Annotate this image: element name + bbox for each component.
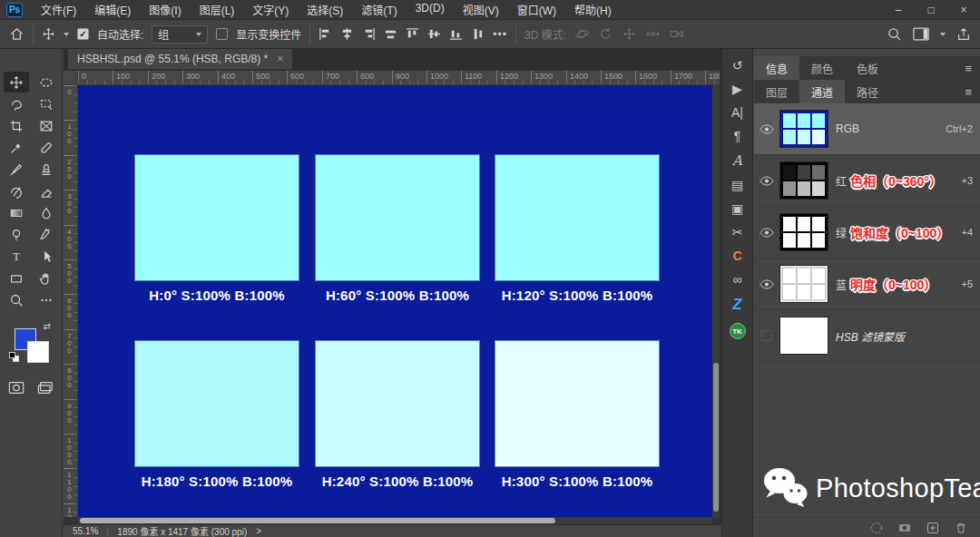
tab-color[interactable]: 颜色 xyxy=(799,56,845,80)
show-transform-checkbox[interactable] xyxy=(216,28,228,40)
history-brush-tool[interactable] xyxy=(4,181,29,201)
edit-toolbar-button[interactable] xyxy=(34,289,59,310)
actions-panel-icon[interactable]: ▶ xyxy=(732,82,742,96)
search-icon[interactable] xyxy=(887,26,902,42)
clone-stamp-tool[interactable] xyxy=(34,159,59,180)
tool-preset-chevron-icon[interactable] xyxy=(64,33,69,36)
distribute-horizontal-icon[interactable] xyxy=(384,27,397,41)
quick-mask-icon[interactable] xyxy=(8,381,24,395)
tab-channels[interactable]: 通道 xyxy=(799,80,845,103)
default-colors-icon[interactable] xyxy=(9,352,19,362)
spot-healing-tool[interactable] xyxy=(34,137,59,158)
rectangle-tool[interactable] xyxy=(4,268,29,288)
channel-row-blue[interactable]: 蓝 明度（0~100） +5 xyxy=(754,259,980,310)
align-horizontal-centers-icon[interactable] xyxy=(340,27,354,41)
minimize-button[interactable]: – xyxy=(882,4,915,16)
tk-plugin-panel-icon[interactable]: TK xyxy=(730,323,746,339)
z-plugin-panel-icon[interactable]: Z xyxy=(732,296,741,314)
more-options-button[interactable]: ••• xyxy=(493,28,507,41)
load-selection-icon[interactable] xyxy=(870,522,883,534)
libraries-panel-icon[interactable]: ∞ xyxy=(733,272,742,287)
swap-colors-icon[interactable]: ⇄ xyxy=(44,321,51,331)
visibility-eye-icon[interactable] xyxy=(754,228,779,238)
notes-panel-icon[interactable]: ▣ xyxy=(731,201,743,216)
status-chevron-icon[interactable]: > xyxy=(256,526,261,536)
zoom-level[interactable]: 55.1% xyxy=(73,526,98,536)
delete-channel-icon[interactable] xyxy=(955,522,967,534)
zoom-tool[interactable] xyxy=(4,289,29,310)
menu-3d[interactable]: 3D(D) xyxy=(407,2,454,17)
maximize-button[interactable]: □ xyxy=(915,4,947,16)
character-panel-icon[interactable]: A| xyxy=(731,105,743,120)
eyedropper-tool[interactable] xyxy=(4,137,29,158)
auto-select-checkbox[interactable]: ✓ xyxy=(77,28,89,40)
horizontal-scrollbar[interactable] xyxy=(78,517,712,524)
align-left-edges-icon[interactable] xyxy=(318,27,332,41)
vertical-scrollbar[interactable] xyxy=(712,85,720,517)
menu-select[interactable]: 选择(S) xyxy=(298,2,352,17)
tab-layers[interactable]: 图层 xyxy=(754,80,799,103)
background-color-swatch[interactable] xyxy=(27,341,49,363)
visibility-eye-icon[interactable] xyxy=(754,279,779,289)
frame-tool[interactable] xyxy=(34,115,59,136)
tool-presets-panel-icon[interactable]: ✂ xyxy=(732,225,743,239)
crop-tool[interactable] xyxy=(4,115,29,136)
tab-close-icon[interactable]: × xyxy=(277,53,283,65)
distribute-vertical-icon[interactable] xyxy=(471,27,485,41)
hand-tool[interactable] xyxy=(34,268,59,288)
channel-row-green[interactable]: 绿 饱和度（0~100） +4 xyxy=(754,207,980,259)
pen-tool[interactable] xyxy=(34,224,59,245)
vertical-scrollbar-thumb[interactable] xyxy=(713,363,719,512)
panel-menu-icon[interactable]: ≡ xyxy=(965,62,980,75)
canvas[interactable]: H:0° S:100% B:100% H:60° S:100% B:100% H… xyxy=(78,85,712,517)
menu-help[interactable]: 帮助(H) xyxy=(565,2,621,17)
visibility-eye-icon[interactable] xyxy=(754,176,779,186)
visibility-eye-icon[interactable] xyxy=(754,124,779,134)
paragraph-panel-icon[interactable]: ¶ xyxy=(734,129,741,143)
lasso-tool[interactable] xyxy=(4,93,29,114)
workspace-switcher-icon[interactable] xyxy=(913,27,929,41)
move-tool-icon[interactable] xyxy=(42,27,55,41)
move-tool[interactable] xyxy=(4,72,29,93)
properties-panel-icon[interactable]: ▤ xyxy=(731,178,743,192)
menu-window[interactable]: 窗口(W) xyxy=(508,2,565,17)
glyphs-panel-icon[interactable]: A xyxy=(732,152,742,169)
marquee-tool[interactable] xyxy=(34,72,59,93)
share-icon[interactable] xyxy=(956,27,971,42)
channel-row-rgb[interactable]: RGB Ctrl+2 xyxy=(754,103,980,155)
eraser-tool[interactable] xyxy=(34,181,59,201)
menu-file[interactable]: 文件(F) xyxy=(32,2,85,17)
align-right-edges-icon[interactable] xyxy=(362,27,376,41)
align-bottom-edges-icon[interactable] xyxy=(449,27,463,41)
gradient-tool[interactable] xyxy=(4,202,29,223)
coolorus-panel-icon[interactable]: C xyxy=(732,249,741,263)
visibility-toggle-empty[interactable] xyxy=(761,330,772,341)
menu-layer[interactable]: 图层(L) xyxy=(191,2,244,17)
channel-row-hsb-mask[interactable]: HSB 滤镜蒙版 xyxy=(754,310,980,362)
brush-tool[interactable] xyxy=(4,159,29,180)
horizontal-scrollbar-thumb[interactable] xyxy=(80,518,555,523)
path-selection-tool[interactable] xyxy=(34,246,59,267)
history-panel-icon[interactable]: ↺ xyxy=(732,58,743,73)
close-button[interactable]: × xyxy=(947,4,980,16)
menu-filter[interactable]: 滤镜(T) xyxy=(352,2,406,17)
tab-info[interactable]: 信息 xyxy=(754,56,799,80)
align-vertical-centers-icon[interactable] xyxy=(427,27,441,41)
workspace-chevron-icon[interactable] xyxy=(940,33,946,36)
dodge-tool[interactable] xyxy=(4,224,29,245)
home-icon[interactable] xyxy=(9,26,24,42)
panel-menu-icon[interactable]: ≡ xyxy=(965,85,980,99)
channel-row-red[interactable]: 红 色相（0~360°） +3 xyxy=(754,155,980,207)
menu-view[interactable]: 视图(V) xyxy=(454,2,508,17)
new-channel-icon[interactable] xyxy=(926,522,939,534)
menu-type[interactable]: 文字(Y) xyxy=(243,2,298,17)
blur-tool[interactable] xyxy=(34,202,59,223)
menu-image[interactable]: 图像(I) xyxy=(140,2,190,17)
auto-select-dropdown[interactable]: 组 xyxy=(152,25,208,44)
align-top-edges-icon[interactable] xyxy=(406,27,419,41)
object-selection-tool[interactable] xyxy=(34,93,59,114)
tab-swatches[interactable]: 色板 xyxy=(845,56,890,80)
document-tab[interactable]: HSBHSL.psd @ 55.1% (HSB, RGB/8) * × xyxy=(68,49,292,69)
menu-edit[interactable]: 编辑(E) xyxy=(85,2,140,17)
save-selection-as-channel-icon[interactable] xyxy=(898,522,911,534)
